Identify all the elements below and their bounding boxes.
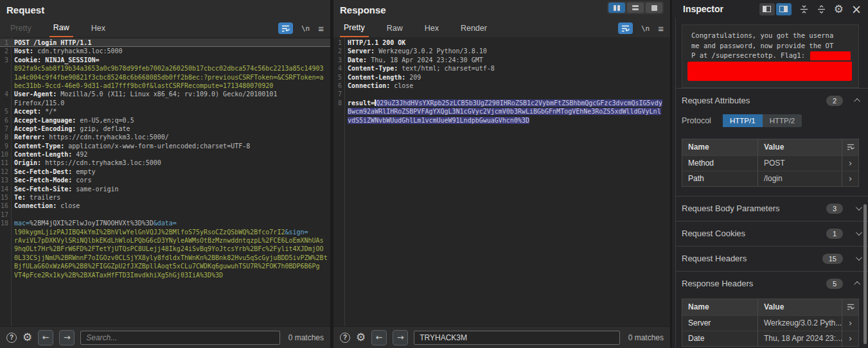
table-row[interactable]: MethodPOST› — [682, 155, 858, 171]
protocol-option-http-2[interactable]: HTTP/2 — [763, 114, 802, 127]
columns-layout-icon[interactable] — [608, 3, 625, 13]
chevron-right-icon[interactable]: › — [842, 156, 858, 171]
request-title-row: Request — [0, 0, 330, 19]
tab-pretty[interactable]: Pretty — [6, 19, 35, 37]
section-label: Request Headers — [682, 254, 822, 263]
inspector-scrollbar[interactable] — [864, 204, 867, 344]
expand-all-icon[interactable] — [817, 4, 826, 14]
chevron-down-icon[interactable] — [856, 204, 862, 211]
code-line: 11Origin: https://cdn.tryhackm3.loc:5000 — [0, 159, 330, 167]
collapse-all-icon[interactable] — [799, 4, 809, 14]
code-line: 16Connection: close — [0, 202, 330, 210]
chevron-down-icon[interactable] — [856, 254, 862, 261]
request-panel-title: Request — [6, 4, 44, 15]
search-settings-gear-icon[interactable]: ⚙ — [22, 332, 32, 343]
response-title-row: Response — [333, 0, 670, 19]
decoded-selection-box: Congratulations, you got the userna me a… — [682, 24, 859, 88]
menu-icon[interactable]: ≡ — [658, 24, 664, 33]
burp-suite-window: Request Pretty Raw Hex \n ≡ 1POST /login… — [0, 0, 868, 348]
cell-name: Method — [682, 156, 758, 171]
request-search-input[interactable] — [80, 331, 279, 345]
next-match-button[interactable]: → — [59, 330, 75, 345]
code-line: vdS5iZWNvbWUudGhlLm1vcmUueW91LndpbGwuaGV… — [333, 116, 670, 125]
code-line: 14Sec-Fetch-Site: same-origin — [0, 185, 330, 193]
chevron-up-icon[interactable] — [854, 98, 860, 105]
single-layout-icon[interactable] — [646, 3, 662, 13]
inspector-title: Inspector — [683, 4, 723, 14]
menu-icon[interactable]: ≡ — [318, 24, 324, 33]
wrap-lines-icon[interactable] — [842, 139, 858, 155]
code-line: 15Te: trailers — [0, 193, 330, 202]
tab-hex[interactable]: Hex — [421, 19, 443, 37]
code-line: 2Host: cdn.tryhackm3.loc:5000 — [0, 47, 330, 55]
chevron-up-icon[interactable] — [854, 281, 860, 288]
code-line: 5Content-Length: 209 — [333, 73, 670, 82]
code-line: 9Content-Type: application/x-www-form-ur… — [0, 142, 330, 150]
search-settings-gear-icon[interactable]: ⚙ — [356, 332, 366, 343]
inspector-settings-gear-icon[interactable]: ⚙ — [834, 4, 844, 15]
show-newlines-icon[interactable]: \n — [301, 24, 310, 33]
code-line: 8result=Q29uZ3JhdHVsYXRpb25zLCB5b3UgZ290… — [333, 99, 670, 107]
view-layout-switcher — [607, 1, 664, 14]
table-row[interactable]: Path/login› — [682, 171, 858, 186]
rows-layout-icon[interactable] — [627, 3, 644, 13]
code-line: 1POST /login HTTP/1.1 — [0, 39, 330, 47]
chevron-right-icon[interactable]: › — [842, 171, 858, 186]
code-line: 18mac=%2BM4jQXI%2FlwJoyI7NOOHVXt%3D%3D&d… — [0, 219, 330, 227]
code-line: l90kygmLjizPAJIBQ4kYmI%2BhVlwYelGnVQJJ%2… — [0, 228, 330, 236]
chevron-right-icon[interactable]: › — [842, 331, 858, 346]
code-line: Firefox/115.0 — [0, 99, 330, 107]
section-label: Response Headers — [682, 279, 826, 288]
count-badge: 2 — [826, 96, 843, 106]
response-editor[interactable]: 1HTTP/1.1 200 OK2Server: Werkzeug/3.0.2 … — [333, 37, 670, 326]
inspector-panel: Inspector ⚙ × Congratulations, you got t… — [672, 0, 868, 348]
decoded-text: Congratulations, you got the userna — [691, 31, 851, 41]
decoded-text: me and password, now provide the OT — [691, 41, 851, 51]
next-match-button[interactable]: → — [393, 330, 408, 345]
inspector-header: Inspector ⚙ × — [672, 0, 868, 18]
protocol-option-http-1[interactable]: HTTP/1 — [723, 114, 763, 127]
column-header-name: Name — [682, 139, 758, 155]
show-newlines-icon[interactable]: \n — [641, 24, 650, 33]
code-line: 13Sec-Fetch-Mode: cors — [0, 176, 330, 184]
dock-right-icon[interactable] — [776, 3, 792, 15]
word-wrap-icon[interactable] — [278, 22, 293, 34]
request-match-count: 0 matches — [288, 333, 324, 342]
cell-value: Thu, 18 Apr 2024 23:... — [758, 331, 842, 346]
section-header-request-attributes[interactable]: Request Attributes2 — [676, 89, 868, 113]
code-line: 1a4c004c9f4fbe90821f3cbc85248c6b668085db… — [0, 73, 330, 82]
tab-render[interactable]: Render — [457, 19, 491, 37]
chevron-right-icon[interactable]: › — [842, 316, 858, 331]
section-header-request-cookies[interactable]: Request Cookies1 — [676, 222, 868, 246]
help-icon[interactable]: ? — [340, 333, 350, 343]
tab-pretty[interactable]: Pretty — [340, 19, 369, 37]
code-line: 17 — [0, 211, 330, 219]
request-panel: Request Pretty Raw Hex \n ≡ 1POST /login… — [0, 0, 330, 348]
prev-match-button[interactable]: ← — [38, 330, 53, 345]
response-search-bar: ? ⚙ ← → 0 matches — [333, 326, 670, 348]
chevron-down-icon[interactable] — [856, 229, 862, 236]
attributes-table: NameValueMethodPOST›Path/login› — [682, 139, 859, 187]
response-search-input[interactable] — [414, 331, 619, 345]
section-header-request-headers[interactable]: Request Headers15 — [676, 247, 868, 271]
response-match-count: 0 matches — [628, 333, 664, 342]
section-header-request-body-parameters[interactable]: Request Body Parameters3 — [676, 196, 868, 221]
section-label: Request Body Parameters — [682, 204, 826, 213]
section-header-response-headers[interactable]: Response Headers5 — [676, 272, 868, 296]
tab-raw[interactable]: Raw — [383, 19, 407, 37]
table-row[interactable]: DateThu, 18 Apr 2024 23:...› — [682, 331, 858, 346]
table-row[interactable]: ServerWerkzeug/3.0.2 Pyth...› — [682, 315, 858, 331]
help-icon[interactable]: ? — [6, 333, 17, 343]
code-line: 892fa9c5ab8f19b34a3653a0c9b78d99feb7002a… — [0, 64, 330, 73]
word-wrap-icon[interactable] — [618, 22, 633, 34]
code-line: 2Server: Werkzeug/3.0.2 Python/3.8.10 — [333, 47, 670, 55]
wrap-lines-icon[interactable] — [842, 299, 858, 315]
tab-raw[interactable]: Raw — [49, 19, 73, 37]
protocol-label: Protocol — [682, 116, 723, 125]
tab-hex[interactable]: Hex — [87, 19, 109, 37]
request-editor[interactable]: 1POST /login HTTP/1.12Host: cdn.tryhackm… — [0, 37, 330, 326]
dock-left-icon[interactable] — [759, 3, 775, 15]
prev-match-button[interactable]: ← — [371, 330, 387, 345]
close-icon[interactable]: × — [851, 3, 862, 15]
count-badge: 3 — [826, 204, 843, 214]
